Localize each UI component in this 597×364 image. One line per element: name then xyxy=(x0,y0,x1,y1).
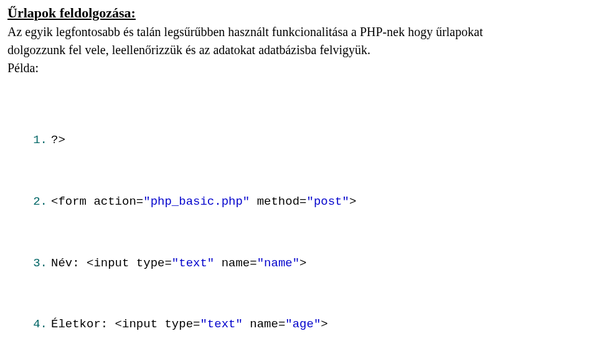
section-heading: Űrlapok feldolgozása: xyxy=(7,5,590,21)
line-number: 4. xyxy=(27,317,51,332)
line-number: 3. xyxy=(27,256,51,271)
line-number: 1. xyxy=(27,133,51,148)
code-line: 2. <form action="php_basic.php" method="… xyxy=(27,194,590,210)
intro-text-line2: dolgozzunk fel vele, leellenőrizzük és a… xyxy=(7,42,590,58)
code-block: 1. ?> 2. <form action="php_basic.php" me… xyxy=(27,86,590,364)
code-line: 1. ?> xyxy=(27,133,590,148)
code-line: 3. Név: <input type="text" name="name"> xyxy=(27,256,590,271)
line-number: 2. xyxy=(27,194,51,210)
code-line: 4. Életkor: <input type="text" name="age… xyxy=(27,317,590,332)
intro-text-line1: Az egyik legfontosabb és talán legsűrűbb… xyxy=(7,24,590,40)
example-label: Példa: xyxy=(7,61,590,75)
